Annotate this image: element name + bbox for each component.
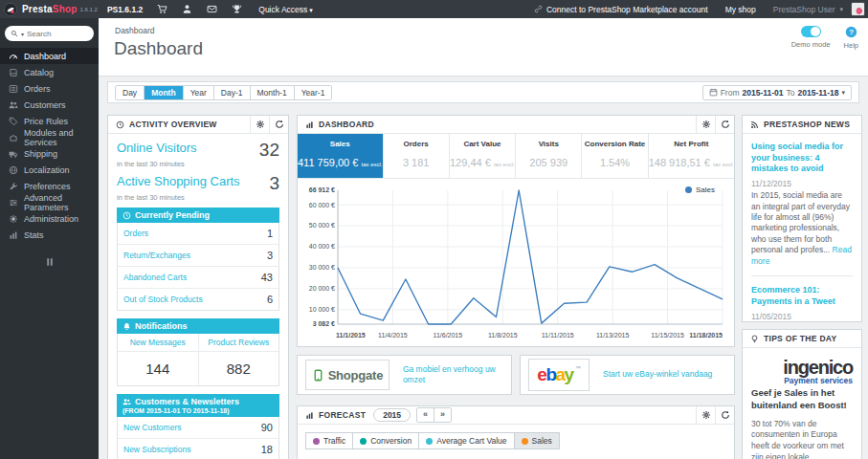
gear-icon xyxy=(256,120,265,129)
toggle-traffic[interactable]: Traffic xyxy=(305,432,353,449)
kpi-row: Sales411 759,00 € tax excl. Orders3 181 … xyxy=(298,134,734,179)
ebay-link[interactable]: Start uw eBay-winkel vandaag xyxy=(603,369,712,380)
currently-pending-header: Currently Pending xyxy=(117,208,279,223)
truck-icon xyxy=(9,149,18,159)
filter-year-button[interactable]: Year xyxy=(183,86,213,99)
search-input[interactable] xyxy=(27,30,77,38)
sidebar-item-orders[interactable]: Orders xyxy=(0,80,99,97)
svg-text:60 000 €: 60 000 € xyxy=(309,202,335,208)
bar-chart-icon xyxy=(9,230,18,240)
filter-day-button[interactable]: Day xyxy=(116,86,144,99)
brand-version: 1.6.1.2 xyxy=(80,7,98,12)
svg-text:66 912 €: 66 912 € xyxy=(309,186,335,193)
online-visitors-link[interactable]: Online Visitors xyxy=(117,141,197,155)
demo-mode-toggle[interactable]: Demo mode xyxy=(791,26,831,50)
panel-settings-button[interactable] xyxy=(250,116,269,133)
kpi-net-profit[interactable]: Net Profit148 918,51 € tax excl. xyxy=(649,134,734,178)
sidebar-item-preferences[interactable]: Preferences xyxy=(0,178,99,194)
next-year-button[interactable]: » xyxy=(434,408,451,422)
shopgate-banner[interactable]: Shopgate Ga mobiel en verhoog uw omzet xyxy=(297,355,512,395)
rss-icon xyxy=(750,120,759,129)
dashboard-panel-title: DASHBOARD xyxy=(319,120,374,129)
svg-text:11/8/2015: 11/8/2015 xyxy=(488,332,518,339)
toggle-on-icon[interactable] xyxy=(801,26,821,37)
sidebar-item-administration[interactable]: Administration xyxy=(0,210,99,227)
tip-body: 30 tot 70% van de consumenten in Europa … xyxy=(751,412,853,459)
filter-month-button[interactable]: Month xyxy=(144,86,183,99)
refresh-icon xyxy=(721,410,730,420)
panel-settings-button[interactable] xyxy=(696,116,715,133)
svg-text:3 082 €: 3 082 € xyxy=(313,320,335,327)
cart-icon[interactable] xyxy=(157,4,167,14)
puzzle-icon xyxy=(9,133,18,142)
toggle-sales[interactable]: Sales xyxy=(515,432,560,449)
customer-icon[interactable] xyxy=(182,4,192,14)
messages-icon[interactable] xyxy=(207,4,217,14)
previous-year-button[interactable]: « xyxy=(417,408,434,422)
news-article-excerpt: In 2015, social media are an integral pa… xyxy=(751,190,853,267)
sidebar-item-shipping[interactable]: Shipping xyxy=(0,145,99,162)
news-article-title[interactable]: Using social media for your business: 4 … xyxy=(751,142,853,175)
product-reviews-link[interactable]: Product Reviews xyxy=(199,334,279,352)
panel-settings-button[interactable] xyxy=(696,406,715,424)
panel-refresh-button[interactable] xyxy=(715,116,734,133)
news-article-date: 11/05/2015 xyxy=(751,312,853,321)
panel-refresh-button[interactable] xyxy=(715,406,734,424)
filter-year-1-button[interactable]: Year-1 xyxy=(294,86,332,99)
book-icon xyxy=(9,68,18,77)
sidebar-item-price-rules[interactable]: Price Rules xyxy=(0,113,99,129)
date-range-picker[interactable]: From 2015-11-01 To 2015-11-18 ▾ xyxy=(702,85,852,100)
panel-refresh-button[interactable] xyxy=(269,116,288,133)
content-header: Dashboard Dashboard Demo mode ? Help xyxy=(99,18,868,76)
filter-day-1-button[interactable]: Day-1 xyxy=(213,86,250,99)
new-messages-value: 144 xyxy=(118,352,198,385)
quick-access-menu[interactable]: Quick Access▾ xyxy=(258,5,313,14)
svg-text:11/11/2015: 11/11/2015 xyxy=(542,332,574,339)
forecast-year-badge: 2015 xyxy=(373,408,411,422)
trophy-icon[interactable] xyxy=(232,4,242,14)
kpi-sales[interactable]: Sales411 759,00 € tax excl. xyxy=(298,134,384,178)
new-messages-link[interactable]: New Messages xyxy=(118,334,198,352)
globe-icon xyxy=(9,165,18,175)
marketplace-link[interactable]: Connect to PrestaShop Marketplace accoun… xyxy=(534,5,708,14)
toggle-average-cart-value[interactable]: Average Cart Value xyxy=(419,432,514,449)
kpi-visits[interactable]: Visits205 939 xyxy=(516,134,582,178)
breadcrumb[interactable]: Dashboard xyxy=(115,26,155,35)
shopgate-logo: Shopgate xyxy=(305,360,389,390)
brand-name[interactable]: PrestaShop xyxy=(22,4,78,14)
sidebar-collapse-button[interactable] xyxy=(44,256,56,268)
news-article-title[interactable]: Ecommerce 101: Payments in a Tweet xyxy=(751,285,853,307)
shopgate-link[interactable]: Ga mobiel en verhoog uw omzet xyxy=(403,364,503,385)
ingenico-logo: ingenico Payment services xyxy=(770,358,853,385)
tips-of-the-day-panel: TIPS OF THE DAY ingenico Payment service… xyxy=(742,329,862,459)
sidebar-item-localization[interactable]: Localization xyxy=(0,162,99,178)
sidebar-item-stats[interactable]: Stats xyxy=(0,227,99,243)
sidebar-item-modules[interactable]: Modules and Services xyxy=(0,129,99,145)
active-carts-link[interactable]: Active Shopping Carts xyxy=(117,174,240,188)
forecast-nav: « » xyxy=(416,407,452,423)
kpi-cart-value[interactable]: Cart Value129,44 € tax excl. xyxy=(450,134,516,178)
svg-text:11/13/2015: 11/13/2015 xyxy=(596,332,630,339)
toggle-conversion[interactable]: Conversion xyxy=(353,432,419,449)
ebay-logo: e b a y ™ xyxy=(528,359,590,391)
ebay-banner[interactable]: e b a y ™ Start uw eBay-winkel vandaag xyxy=(520,355,735,395)
sidebar-item-catalog[interactable]: Catalog xyxy=(0,64,99,80)
sidebar-item-advanced-parameters[interactable]: Advanced Parameters xyxy=(0,194,99,210)
user-menu[interactable]: PrestaShop User▾ xyxy=(773,2,868,16)
refresh-icon xyxy=(721,120,730,129)
clock-icon xyxy=(116,120,124,129)
table-row: Abandoned Carts43 xyxy=(118,267,278,289)
my-shop-link[interactable]: My shop xyxy=(725,5,756,14)
sidebar-item-dashboard[interactable]: Dashboard xyxy=(0,48,99,64)
svg-text:40 000 €: 40 000 € xyxy=(309,243,335,250)
sidebar-search[interactable]: ▾ xyxy=(5,26,94,41)
sidebar-item-customers[interactable]: Customers xyxy=(0,97,99,113)
kpi-orders[interactable]: Orders3 181 xyxy=(384,134,450,178)
filter-month-1-button[interactable]: Month-1 xyxy=(250,86,294,99)
search-scope-caret-icon[interactable]: ▾ xyxy=(21,31,24,37)
kpi-conversion-rate[interactable]: Conversion Rate1.54% xyxy=(582,134,648,178)
brand-shop: Shop xyxy=(53,4,78,14)
activity-panel-title: ACTIVITY OVERVIEW xyxy=(129,120,217,129)
help-button[interactable]: ? Help xyxy=(844,26,858,50)
prestashop-news-panel: PRESTASHOP NEWS Using social media for y… xyxy=(742,115,862,322)
